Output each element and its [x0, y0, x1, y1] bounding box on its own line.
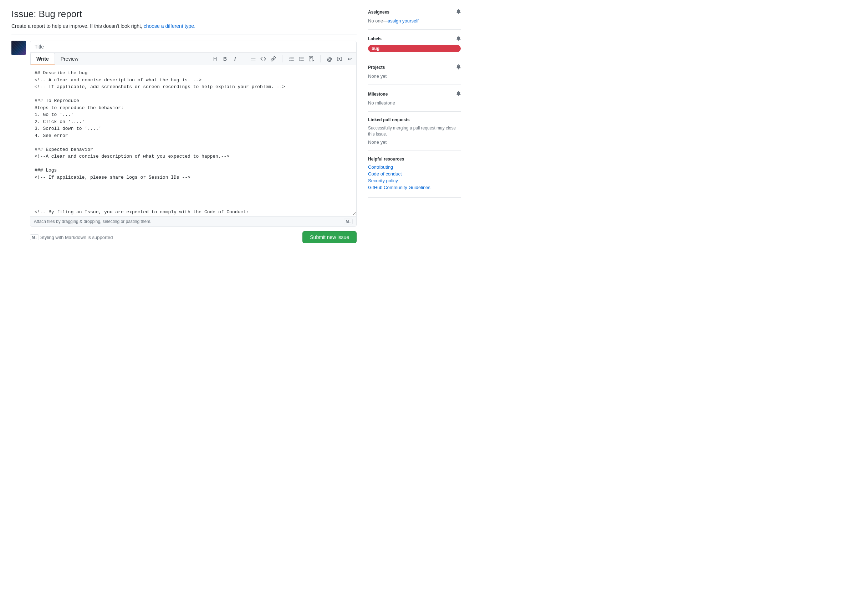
form-actions: M↓ Styling with Markdown is supported Su…: [11, 231, 356, 243]
assign-yourself-link[interactable]: assign yourself: [388, 18, 418, 23]
milestone-gear-icon[interactable]: [455, 91, 461, 98]
link-icon[interactable]: [269, 55, 277, 63]
projects-section: Projects None yet: [368, 58, 461, 85]
assignees-section: Assignees No one—assign yourself: [368, 9, 461, 29]
bold-icon[interactable]: B: [221, 55, 229, 63]
preview-tab[interactable]: Preview: [55, 53, 84, 65]
write-tab[interactable]: Write: [30, 53, 55, 65]
projects-gear-icon[interactable]: [455, 64, 461, 71]
projects-header: Projects: [368, 64, 461, 71]
labels-title: Labels: [368, 36, 381, 41]
undo-icon[interactable]: ↩: [346, 55, 353, 63]
helpful-resources-title: Helpful resources: [368, 157, 461, 161]
attach-hint: Attach files by dragging & dropping, sel…: [34, 219, 152, 224]
assignees-value: No one—assign yourself: [368, 18, 461, 23]
projects-value: None yet: [368, 73, 461, 79]
code-of-conduct-link[interactable]: Code of conduct: [368, 171, 461, 177]
issue-body-textarea[interactable]: ## Describe the bug <!-- A clear and con…: [30, 65, 356, 215]
projects-title: Projects: [368, 65, 385, 70]
assignees-title: Assignees: [368, 9, 389, 15]
heading-icon[interactable]: H: [211, 55, 219, 63]
code-icon[interactable]: [259, 55, 267, 63]
milestone-section: Milestone No milestone: [368, 85, 461, 112]
assignees-gear-icon[interactable]: [455, 9, 461, 15]
page-title: Issue: Bug report: [11, 9, 356, 20]
title-input[interactable]: [30, 41, 356, 53]
label-bug: bug: [368, 45, 461, 52]
toolbar-icons: H B I: [208, 53, 356, 65]
milestone-value: No milestone: [368, 100, 461, 105]
labels-gear-icon[interactable]: [455, 35, 461, 42]
issue-form: Write Preview H B I: [11, 41, 356, 227]
labels-header: Labels: [368, 35, 461, 42]
submit-issue-button[interactable]: Submit new issue: [302, 231, 356, 243]
sidebar: Assignees No one—assign yourself Labels: [368, 9, 461, 243]
main-content: Issue: Bug report Create a report to hel…: [11, 9, 356, 243]
linked-pr-value: None yet: [368, 139, 461, 145]
linked-pr-section: Linked pull requests Successfully mergin…: [368, 112, 461, 151]
markdown-badge: M↓: [30, 234, 39, 240]
quote-icon[interactable]: [249, 55, 257, 63]
editor-container: Write Preview H B I: [30, 41, 356, 227]
mention-icon[interactable]: @: [326, 55, 333, 63]
editor-body: ## Describe the bug <!-- A clear and con…: [30, 65, 356, 216]
avatar: [11, 41, 26, 55]
security-policy-link[interactable]: Security policy: [368, 178, 461, 183]
reference-icon[interactable]: [336, 55, 343, 63]
change-type-link[interactable]: choose a different type.: [144, 23, 195, 29]
milestone-header: Milestone: [368, 91, 461, 98]
ordered-list-icon[interactable]: [298, 55, 305, 63]
unordered-list-icon[interactable]: [287, 55, 295, 63]
editor-tabs: Write Preview: [30, 53, 84, 65]
milestone-title: Milestone: [368, 91, 388, 97]
markdown-hint: M↓ Styling with Markdown is supported: [30, 234, 113, 240]
helpful-resources-section: Helpful resources Contributing Code of c…: [368, 151, 461, 198]
task-list-icon[interactable]: [307, 55, 315, 63]
labels-section: Labels bug: [368, 29, 461, 58]
contributing-link[interactable]: Contributing: [368, 164, 461, 170]
markdown-icon: M↓: [344, 219, 353, 224]
linked-pr-header: Linked pull requests: [368, 117, 461, 122]
linked-pr-description: Successfully merging a pull request may …: [368, 125, 461, 137]
assignees-header: Assignees: [368, 9, 461, 15]
italic-icon[interactable]: I: [231, 55, 239, 63]
editor-toolbar: Write Preview H B I: [30, 53, 356, 65]
page-subtitle: Create a report to help us improve. If t…: [11, 23, 356, 35]
community-guidelines-link[interactable]: GitHub Community Guidelines: [368, 185, 461, 190]
linked-pr-title: Linked pull requests: [368, 117, 410, 122]
editor-footer-bar: Attach files by dragging & dropping, sel…: [30, 216, 356, 226]
